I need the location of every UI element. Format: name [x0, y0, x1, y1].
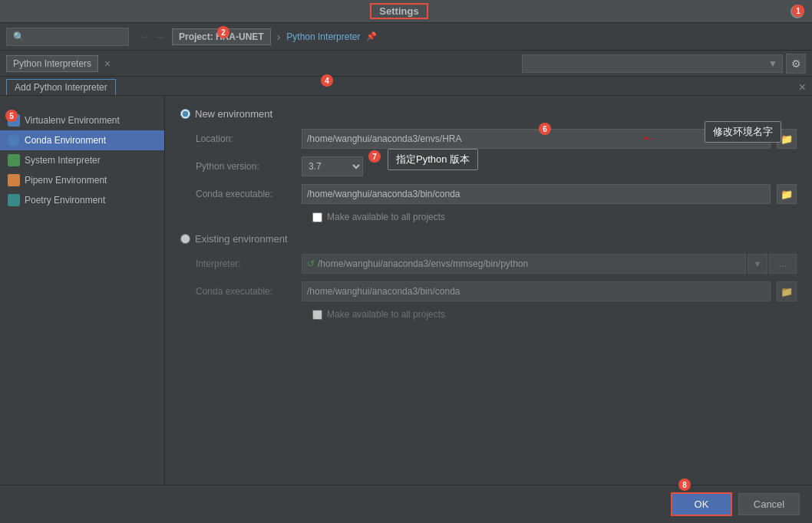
add-interpreter-tab[interactable]: Add Python Interpreter [6, 79, 116, 95]
new-env-radio[interactable] [180, 109, 190, 119]
tooltip-python-version: 指定Python 版本 [388, 149, 478, 170]
sidebar-item-poetry-label: Poetry Environment [25, 195, 105, 206]
badge-7: 7 [368, 150, 381, 163]
poetry-icon [8, 194, 20, 206]
sidebar-item-pipenv-label: Pipenv Environment [25, 175, 107, 186]
existing-conda-exec-label: Conda executable: [196, 286, 295, 297]
new-env-label: New environment [195, 108, 272, 120]
sidebar-item-virtualenv-label: Virtualenv Environment [25, 115, 120, 126]
nav-bar: 🔍 ← → Project: HRA-UNET › Python Interpr… [0, 23, 812, 51]
interpreter-form: New environment Location: 📁 6 修改环境名字 [165, 96, 812, 523]
ok-button[interactable]: OK [671, 492, 732, 516]
breadcrumb-arrow: › [277, 31, 281, 43]
existing-env-form: Interpreter: ↺ /home/wanghui/anaconda3/e… [196, 254, 797, 320]
existing-conda-folder-btn[interactable]: 📁 [777, 281, 797, 301]
toolbar-close-icon: × [104, 58, 111, 70]
dropdown-arrow-icon: ▼ [768, 58, 777, 69]
existing-env-label: Existing environment [195, 233, 288, 245]
python-interpreters-btn[interactable]: Python Interpreters [6, 55, 98, 72]
settings-window: 1 Settings × 2 🔍 ← → Project: HRA-UNET ›… [0, 0, 812, 523]
arrow-indicator: ← [641, 130, 655, 146]
conda-exec-input[interactable] [302, 184, 771, 204]
conda-exec-folder-btn[interactable]: 📁 [777, 184, 797, 204]
settings-title: Settings [370, 3, 427, 19]
badge-2: 2 [217, 26, 229, 38]
make-available-new-checkbox[interactable] [312, 212, 322, 222]
existing-env-option[interactable]: Existing environment [180, 233, 797, 245]
badge-5: 5 [5, 110, 18, 122]
badge-4: 4 [321, 74, 333, 87]
pin-icon: 📌 [366, 31, 377, 41]
existing-interpreter-row: Interpreter: ↺ /home/wanghui/anaconda3/e… [196, 254, 797, 274]
existing-conda-exec-input[interactable] [302, 281, 771, 301]
loading-icon: ↺ [307, 258, 315, 269]
add-interpreter-tab-bar: Add Python Interpreter × [0, 77, 812, 96]
existing-env-radio[interactable] [180, 234, 190, 244]
interpreter-dropdown-btn[interactable]: ▼ [748, 254, 767, 274]
python-version-select[interactable]: 3.7 3.8 3.9 3.6 [302, 156, 363, 176]
main-content: 5 Virtualenv Environment Conda Environme… [0, 96, 812, 523]
sidebar-item-virtualenv[interactable]: Virtualenv Environment [0, 110, 164, 130]
badge-1: 1 [792, 5, 804, 17]
sidebar-item-system-label: System Interpreter [25, 155, 101, 166]
right-panel: New environment Location: 📁 6 修改环境名字 [165, 96, 812, 523]
location-label: Location: [196, 133, 295, 144]
python-version-row: Python version: 3.7 3.8 3.9 3.6 [196, 156, 797, 176]
make-available-existing-row: Make available to all projects [312, 309, 797, 320]
existing-interpreter-input: ↺ /home/wanghui/anaconda3/envs/mmseg/bin… [302, 254, 746, 274]
sidebar-item-poetry[interactable]: Poetry Environment [0, 190, 164, 210]
new-environment-option[interactable]: New environment [180, 108, 797, 120]
gear-button[interactable]: ⚙ [786, 54, 806, 74]
sidebar-item-conda[interactable]: Conda Environment [0, 130, 164, 150]
add-interpreter-close[interactable]: × [799, 81, 806, 94]
breadcrumb-interpreter[interactable]: Python Interpreter [286, 31, 360, 42]
tooltip-modify-name: 修改环境名字 [705, 121, 781, 143]
make-available-existing-checkbox[interactable] [312, 310, 322, 320]
badge-6: 6 [539, 123, 551, 135]
sidebar-search[interactable]: 🔍 [6, 28, 129, 46]
badge-8: 8 [678, 479, 691, 491]
bottom-bar: OK Cancel [0, 485, 812, 523]
make-available-new-row: Make available to all projects [312, 212, 797, 222]
sidebar-item-system[interactable]: System Interpreter [0, 150, 164, 170]
sidebar-item-conda-label: Conda Environment [25, 135, 106, 146]
make-available-existing-label: Make available to all projects [327, 309, 445, 320]
system-icon [8, 154, 20, 166]
interpreter-dropdown[interactable]: ▼ [522, 54, 783, 73]
python-version-label: Python version: [196, 161, 295, 172]
search-icon: 🔍 [13, 31, 25, 42]
existing-conda-exec-row: Conda executable: 📁 [196, 281, 797, 301]
nav-forward-icon[interactable]: → [153, 30, 166, 44]
nav-back-icon[interactable]: ← [138, 30, 150, 44]
python-version-row-container: Python version: 3.7 3.8 3.9 3.6 7 指定Pyth… [196, 156, 797, 176]
settings-toolbar: Python Interpreters × ▼ ⚙ [0, 51, 812, 77]
existing-interpreter-label: Interpreter: [196, 258, 295, 269]
titlebar: Settings × [0, 0, 812, 23]
conda-icon [8, 134, 20, 146]
conda-exec-label: Conda executable: [196, 189, 295, 199]
existing-interpreter-value: /home/wanghui/anaconda3/envs/mmseg/bin/p… [318, 258, 528, 269]
conda-exec-row: Conda executable: 📁 [196, 184, 797, 204]
make-available-new-label: Make available to all projects [327, 212, 445, 222]
sidebar: 5 Virtualenv Environment Conda Environme… [0, 96, 165, 523]
interpreter-more-btn[interactable]: ... [769, 254, 797, 274]
existing-env-section: Existing environment Interpreter: ↺ /hom… [180, 233, 797, 320]
location-input[interactable] [302, 129, 771, 149]
cancel-button[interactable]: Cancel [738, 493, 800, 515]
new-env-section: Location: 📁 6 修改环境名字 ← Python vers [196, 129, 797, 222]
sidebar-item-pipenv[interactable]: Pipenv Environment [0, 170, 164, 190]
location-row-container: Location: 📁 6 修改环境名字 ← [196, 129, 797, 149]
pipenv-icon [8, 174, 20, 186]
